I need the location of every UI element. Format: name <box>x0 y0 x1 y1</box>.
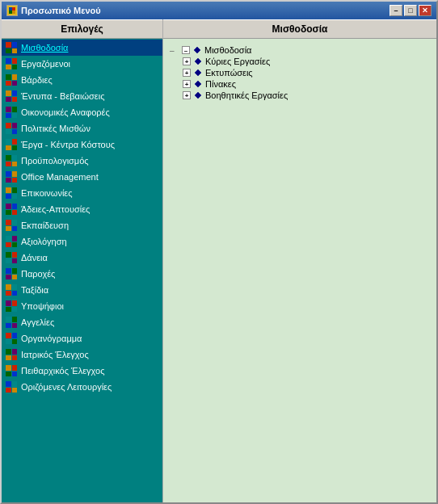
svg-marker-7 <box>195 69 201 76</box>
svg-marker-8 <box>195 81 201 87</box>
item-icon <box>5 187 18 200</box>
title-controls: – □ ✕ <box>390 5 432 16</box>
list-item[interactable]: Οικονομικές Αναφορές <box>2 104 162 120</box>
list-item[interactable]: Βάρδιες <box>2 72 162 88</box>
item-label: Βάρδιες <box>21 75 53 85</box>
diamond-icon <box>193 90 203 100</box>
list-item[interactable]: Office Management <box>2 169 162 185</box>
diamond-icon <box>193 79 203 89</box>
app-icon <box>6 5 18 16</box>
svg-rect-3 <box>9 10 12 14</box>
list-item[interactable]: Πειθαρχικός Έλεγχος <box>2 363 162 379</box>
item-label: Έργα - Κέντρα Κόστους <box>21 140 115 149</box>
item-label: Προϋπολογισμός <box>21 156 89 166</box>
item-icon <box>5 219 18 232</box>
item-icon <box>5 300 18 313</box>
list-item[interactable]: Άδειες-Απτουσίες <box>2 201 162 217</box>
item-icon <box>5 267 18 280</box>
item-label: Εργαζόμενοι <box>21 59 70 69</box>
item-icon <box>5 364 18 377</box>
window-title: Προσωπικό Μενού <box>21 6 101 15</box>
item-icon <box>5 122 18 135</box>
tree-child-label: Πίνακες <box>205 79 236 89</box>
tree-child-label: Κύριες Εργασίες <box>205 57 270 66</box>
item-icon <box>5 284 18 296</box>
tree-root-item: – – Μισθοδοσία <box>170 45 430 55</box>
item-icon <box>5 316 18 329</box>
list-item[interactable]: Δάνεια <box>2 250 162 266</box>
item-label: Αγγελίες <box>21 317 54 327</box>
item-label: Οριζόμενες Λειτουργίες <box>21 382 112 392</box>
item-label: Οικονομικές Αναφορές <box>21 107 110 117</box>
tree-child-item: + Εκτυπώσεις <box>183 68 430 78</box>
item-icon <box>5 235 18 248</box>
item-label: Παροχές <box>21 269 55 279</box>
tree-root-label: Μισθοδοσία <box>204 45 251 55</box>
list-item[interactable]: Προϋπολογισμός <box>2 153 162 169</box>
item-label: Αξιολόγηση <box>21 237 67 246</box>
tree-toggle-root[interactable]: – <box>182 46 190 54</box>
svg-rect-1 <box>9 7 12 10</box>
item-icon <box>5 154 18 167</box>
item-icon <box>5 90 18 103</box>
tree-child-label: Εκτυπώσεις <box>205 68 253 78</box>
svg-marker-5 <box>194 47 200 53</box>
list-item[interactable]: Υποψήφιοι <box>2 298 162 314</box>
item-label: Οργανόγραμμα <box>21 334 82 343</box>
item-label: Εκπαίδευση <box>21 220 69 230</box>
item-label: Πειθαρχικός Έλεγχος <box>21 366 105 376</box>
left-list-container[interactable]: Μισθοδοσία Εργαζόμενοι <box>2 39 162 502</box>
item-label: Ταξίδια <box>21 285 48 295</box>
diamond-icon <box>193 57 203 66</box>
left-list: Μισθοδοσία Εργαζόμενοι <box>2 39 162 396</box>
list-item[interactable]: Αξιολόγηση <box>2 233 162 250</box>
right-panel-content: – – Μισθοδοσία + <box>163 39 436 502</box>
item-label: Πολιτικές Μισθών <box>21 124 91 133</box>
title-bar-left: Προσωπικό Μενού <box>6 5 101 16</box>
list-item[interactable]: Πολιτικές Μισθών <box>2 120 162 136</box>
svg-marker-9 <box>195 92 201 99</box>
item-label: Μισθοδοσία <box>21 43 68 52</box>
tree-toggle-child[interactable]: + <box>183 80 191 88</box>
close-button[interactable]: ✕ <box>419 5 432 16</box>
main-content: Επιλογές Μισθοδοσία <box>2 19 436 502</box>
list-item[interactable]: Έργα - Κέντρα Κόστους <box>2 136 162 153</box>
svg-marker-6 <box>195 58 201 65</box>
item-icon <box>5 41 18 54</box>
item-label: Δάνεια <box>21 253 48 262</box>
item-icon <box>5 348 18 361</box>
item-icon <box>5 203 18 216</box>
list-item[interactable]: Οργανόγραμμα <box>2 330 162 346</box>
tree-child-item: + Κύριες Εργασίες <box>183 57 430 66</box>
tree-toggle-child[interactable]: + <box>183 57 191 65</box>
tree-toggle-child[interactable]: + <box>183 69 191 77</box>
minimize-button[interactable]: – <box>390 5 402 16</box>
list-item[interactable]: Οριζόμενες Λειτουργίες <box>2 379 162 395</box>
list-item[interactable]: Επικοινωνίες <box>2 185 162 201</box>
item-icon <box>5 57 18 70</box>
title-bar: Προσωπικό Μενού – □ ✕ <box>2 2 436 19</box>
tree-child-item: + Βοηθητικές Εργασίες <box>183 90 430 100</box>
list-item[interactable]: Αγγελίες <box>2 314 162 330</box>
left-panel: Επιλογές Μισθοδοσία <box>2 19 163 502</box>
item-label: Έντυπα - Βεβαιώσεις <box>21 91 104 101</box>
list-item[interactable]: Παροχές <box>2 266 162 282</box>
main-window: Προσωπικό Μενού – □ ✕ Επιλογές <box>0 0 438 504</box>
item-icon <box>5 332 18 345</box>
list-item[interactable]: Έντυπα - Βεβαιώσεις <box>2 88 162 104</box>
item-label: Office Management <box>21 172 99 182</box>
diamond-icon <box>193 68 203 78</box>
list-item[interactable]: Εργαζόμενοι <box>2 56 162 72</box>
list-item[interactable]: Ταξίδια <box>2 282 162 298</box>
list-item[interactable]: Ιατρικός Έλεγχος <box>2 346 162 363</box>
item-icon <box>5 74 18 86</box>
tree-child-item: + Πίνακες <box>183 79 430 89</box>
list-item[interactable]: Μισθοδοσία <box>2 40 162 56</box>
svg-rect-2 <box>12 7 15 10</box>
list-item[interactable]: Εκπαίδευση <box>2 217 162 233</box>
item-icon <box>5 170 18 183</box>
tree-toggle-child[interactable]: + <box>183 91 191 99</box>
maximize-button[interactable]: □ <box>404 5 417 16</box>
item-icon <box>5 138 18 151</box>
tree-children: + Κύριες Εργασίες + <box>183 57 430 100</box>
